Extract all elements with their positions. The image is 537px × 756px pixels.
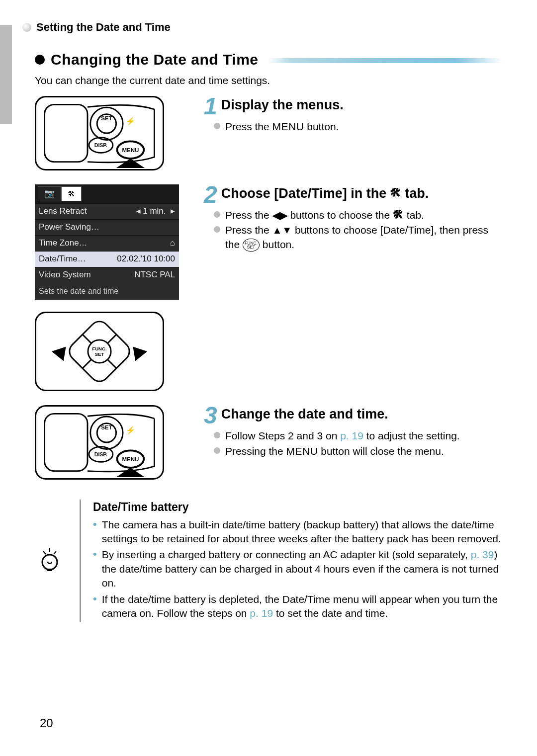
section-title: Changing the Date and Time: [51, 50, 259, 70]
note-title: Date/Time battery: [93, 500, 502, 515]
breadcrumb: Setting the Date and Time: [22, 20, 502, 35]
svg-point-31: [42, 555, 57, 570]
step-number-3: 3: [204, 406, 217, 425]
menu-tab-camera: 📷: [38, 186, 61, 202]
illustration-camera-menu: SET ⚡ DISP. MENU: [35, 96, 164, 170]
svg-rect-18: [45, 414, 88, 471]
svg-line-29: [43, 551, 46, 554]
note-bullet-icon: •: [93, 593, 97, 621]
svg-text:FUNC.: FUNC.: [92, 346, 107, 351]
svg-text:⚡: ⚡: [126, 425, 136, 435]
step-2: 📷 🛠 Lens Retract ◂ 1 min. ▸ Power Saving…: [35, 184, 502, 391]
svg-marker-16: [133, 346, 147, 361]
step-title-2: Choose [Date/Time] in the 🛠 tab.: [221, 184, 429, 202]
note-item: • By inserting a charged battery or conn…: [93, 548, 502, 590]
page-link[interactable]: p. 39: [471, 549, 494, 560]
step-3-bullet-1: Follow Steps 2 and 3 on p. 19 to adjust …: [204, 429, 502, 443]
page-link[interactable]: p. 19: [340, 430, 363, 441]
menu-item: Time Zone… ⌂: [35, 235, 179, 251]
step-2-bullet-1: Press the ◀▶ buttons to choose the 🛠 tab…: [204, 208, 502, 222]
step-3: SET ⚡ DISP. MENU 3 Change the date and t…: [35, 405, 502, 480]
menu-item: Power Saving…: [35, 219, 179, 235]
note-item: • The camera has a built-in date/time ba…: [93, 518, 502, 546]
step-3-bullet-2: Pressing the MENU button will close the …: [204, 444, 502, 458]
menu-tab-tools: 🛠: [61, 186, 82, 202]
svg-point-19: [90, 417, 123, 449]
up-down-arrows-icon: ▲▼: [272, 225, 292, 236]
menu-button-label: MENU: [272, 121, 304, 132]
illustration-dpad: FUNC. SET: [35, 312, 164, 391]
menu-item-selected: Date/Time… 02.02.'10 10:00: [35, 251, 179, 267]
step-2-bullet-2: Press the ▲▼ buttons to choose [Date/Tim…: [204, 223, 502, 252]
svg-line-30: [54, 551, 56, 554]
step-1-bullet-1: Press the MENU button.: [204, 120, 502, 134]
breadcrumb-dot-icon: [22, 23, 31, 32]
svg-marker-17: [52, 346, 66, 361]
svg-point-1: [90, 107, 123, 140]
menu-item: Lens Retract ◂ 1 min. ▸: [35, 203, 179, 219]
section-accent-line: [268, 58, 503, 63]
note-bullet-icon: •: [93, 519, 97, 546]
left-right-arrows-icon: ◀▶: [272, 210, 287, 221]
bullet-icon: [214, 211, 220, 218]
step-title-1: Display the menus.: [221, 96, 344, 114]
svg-text:SET: SET: [101, 424, 112, 430]
side-thumb-tab: [0, 25, 12, 124]
svg-rect-32: [47, 569, 52, 571]
menu-item: Video System NTSC PAL: [35, 267, 179, 283]
menu-button-label: MENU: [286, 445, 318, 457]
step-title-3: Change the date and time.: [221, 405, 388, 423]
section-heading: Changing the Date and Time: [35, 50, 502, 70]
bullet-icon: [214, 432, 220, 438]
note-item: • If the date/time battery is depleted, …: [93, 592, 502, 621]
menu-screenshot: 📷 🛠 Lens Retract ◂ 1 min. ▸ Power Saving…: [35, 184, 179, 300]
breadcrumb-text: Setting the Date and Time: [36, 20, 171, 35]
step-number-2: 2: [204, 185, 217, 204]
note-bullet-icon: •: [93, 549, 97, 590]
svg-text:DISP.: DISP.: [94, 451, 107, 457]
bullet-icon: [214, 123, 220, 129]
menu-hint: Sets the date and time: [35, 283, 179, 297]
svg-text:MENU: MENU: [122, 147, 139, 153]
page-number: 20: [40, 715, 53, 731]
svg-text:SET: SET: [101, 115, 112, 121]
tip-note: Date/Time battery • The camera has a bui…: [35, 500, 502, 622]
intro-text: You can change the current date and time…: [35, 74, 502, 87]
bullet-icon: [214, 447, 220, 454]
svg-rect-0: [45, 104, 88, 162]
svg-text:⚡: ⚡: [126, 116, 136, 125]
section-bullet-icon: [35, 55, 45, 65]
svg-text:MENU: MENU: [122, 456, 139, 462]
illustration-camera-menu-2: SET ⚡ DISP. MENU: [35, 405, 164, 480]
svg-text:DISP.: DISP.: [94, 142, 107, 148]
step-number-1: 1: [204, 97, 217, 116]
func-set-icon: FUNC.SET: [243, 239, 260, 252]
page-link[interactable]: p. 19: [250, 607, 273, 619]
step-1: SET ⚡ DISP. MENU 1 Display the menus.: [35, 96, 502, 170]
svg-text:SET: SET: [95, 351, 104, 356]
tip-lightbulb-icon: [35, 548, 65, 573]
bullet-icon: [214, 226, 220, 233]
